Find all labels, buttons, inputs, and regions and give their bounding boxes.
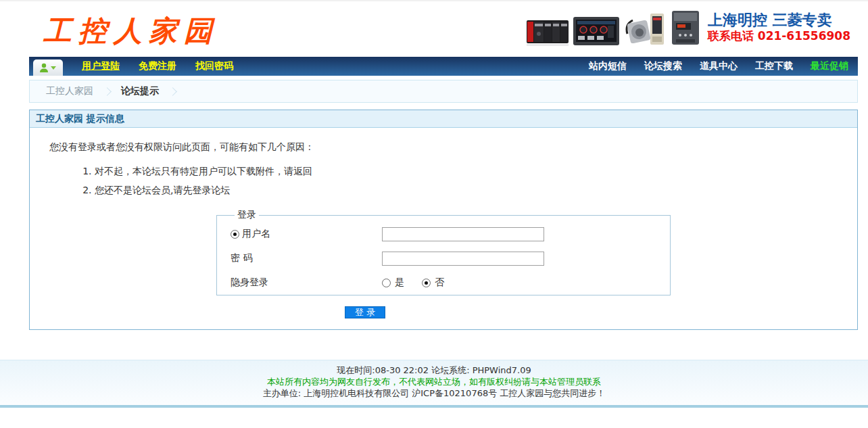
username-radio[interactable] (231, 230, 239, 239)
footer-time-system: 现在时间:08-30 22:02 论坛系统: PHPWind7.09 (0, 364, 868, 376)
notice-title: 工控人家园 提示信息 (36, 113, 124, 125)
inverter-drive-image (670, 9, 701, 47)
site-header: 工控人家园 (0, 1, 868, 57)
nav-downloads-link[interactable]: 工控下载 (755, 60, 793, 72)
nav-messages-link[interactable]: 站内短信 (589, 60, 627, 72)
main-navbar: 用户登陆 免费注册 找回密码 站内短信 论坛搜索 道具中心 工控下载 最近促销 (29, 57, 858, 76)
chevron-down-icon (50, 66, 57, 70)
site-logo[interactable]: 工控人家园 (43, 12, 219, 50)
brand-title: 上海明控 三菱专卖 (708, 11, 850, 30)
nav-user-login-link[interactable]: 用户登陆 (82, 60, 120, 72)
stealth-yes-label: 是 (395, 277, 404, 289)
breadcrumb-current: 论坛提示 (121, 85, 159, 97)
nav-register-link[interactable]: 免费注册 (139, 60, 176, 72)
notice-reason-item: 您还不是论坛会员,请先登录论坛 (95, 183, 857, 197)
notice-reason-list: 对不起，本论坛只有特定用户可以下载附件，请返回 您还不是论坛会员,请先登录论坛 (95, 164, 857, 197)
brand-text-block: 上海明控 三菱专卖 联系电话 021-61556908 (708, 11, 850, 44)
servo-motor-image (623, 11, 667, 47)
submit-row: 登 录 (30, 305, 700, 318)
header-ad-banner: 上海明控 三菱专卖 联系电话 021-61556908 (526, 7, 850, 47)
username-input[interactable] (382, 227, 544, 241)
password-label: 密 码 (231, 252, 252, 264)
hmi-panel-image (573, 16, 620, 47)
nav-forum-search-link[interactable]: 论坛搜索 (644, 60, 682, 72)
breadcrumb-chevron-icon (103, 87, 112, 96)
nav-recover-password-link[interactable]: 找回密码 (195, 60, 233, 72)
footer-disclaimer: 本站所有内容均为网友自行发布，不代表网站立场，如有版权纠纷请与本站管理员联系 (0, 376, 868, 387)
breadcrumb-chevron-icon (168, 87, 177, 96)
nav-promotions-link[interactable]: 最近促销 (811, 60, 848, 72)
stealth-login-label: 隐身登录 (231, 277, 268, 289)
stealth-no-radio[interactable] (422, 279, 431, 287)
login-submit-button[interactable]: 登 录 (345, 306, 385, 318)
login-form-legend: 登录 (235, 209, 259, 221)
password-row: 密 码 (231, 247, 670, 270)
user-menu-tab[interactable] (33, 60, 63, 76)
page-footer: 现在时间:08-30 22:02 论坛系统: PHPWind7.09 本站所有内… (0, 360, 868, 408)
username-row: 用户名 (231, 222, 670, 245)
stealth-yes-radio[interactable] (382, 279, 391, 287)
login-form: 登录 用户名 密 码 隐身登录 是 (216, 209, 671, 295)
username-label: 用户名 (242, 228, 270, 240)
nav-right-links: 站内短信 论坛搜索 道具中心 工控下载 最近促销 (589, 60, 848, 72)
breadcrumb: 工控人家园 论坛提示 (29, 80, 858, 103)
notice-box: 工控人家园 提示信息 您没有登录或者您没有权限访问此页面，可能有如下几个原因： … (29, 110, 858, 330)
footer-organizer-icp: 主办单位: 上海明控机电科技有限公司 沪ICP备10210768号 工控人家园与… (0, 387, 868, 399)
user-icon (39, 63, 49, 73)
notice-box-header: 工控人家园 提示信息 (30, 110, 857, 128)
notice-reason-item: 对不起，本论坛只有特定用户可以下载附件，请返回 (95, 164, 857, 179)
nav-props-center-link[interactable]: 道具中心 (700, 60, 738, 72)
plc-rack-image (526, 16, 569, 47)
stealth-login-row: 隐身登录 是 否 (231, 271, 670, 294)
nav-left-links: 用户登陆 免费注册 找回密码 (82, 60, 233, 72)
notice-intro: 您没有登录或者您没有权限访问此页面，可能有如下几个原因： (49, 141, 857, 153)
product-photo-strip (526, 7, 701, 47)
password-input[interactable] (382, 252, 544, 266)
breadcrumb-home[interactable]: 工控人家园 (46, 85, 93, 97)
brand-phone: 联系电话 021-61556908 (708, 29, 850, 43)
stealth-no-label: 否 (435, 277, 444, 289)
